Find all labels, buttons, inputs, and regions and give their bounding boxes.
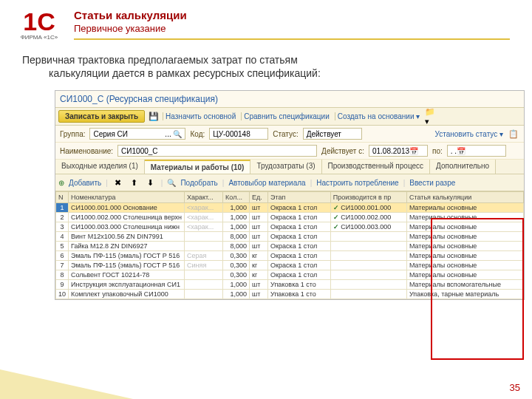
cell[interactable]: 1,000 [223,290,250,299]
tab-materials[interactable]: Материалы и работы (10) [145,160,251,174]
cell[interactable] [330,242,406,251]
cell[interactable]: 2 [56,213,69,222]
cell[interactable]: Упаковка 1 сто [268,290,331,299]
col-header[interactable]: Статья калькуляции [406,192,523,203]
cell[interactable]: <харак... [185,222,223,232]
table-row[interactable]: 8Сольвент ГОСТ 10214-780,300кгОкраска 1 … [56,270,524,280]
tab-process[interactable]: Производственный процесс [322,160,431,174]
cell[interactable]: Окраска 1 стол [268,222,331,232]
cell[interactable]: СИ1000.002.000 Столешница верхн [69,213,185,222]
cell[interactable]: шт [250,280,268,290]
group-field[interactable]: Серия СИ... 🔍 [89,128,185,140]
cell[interactable]: Материалы основные [406,251,523,261]
cell[interactable]: Окраска 1 стол [268,242,331,251]
cell[interactable] [185,242,223,251]
set-status-link[interactable]: Установить статус ▾ [435,130,503,138]
cell[interactable]: Материалы основные [406,213,523,222]
cell[interactable]: Окраска 1 стол [268,251,331,261]
col-header[interactable]: Кол... [223,192,250,203]
cell[interactable]: Инструкция эксплуатационная СИ1 [69,280,185,290]
cell[interactable]: Комплект упаковочный СИ1000 [69,290,185,299]
save-close-button[interactable]: Записать и закрыть [58,110,145,123]
pick-link[interactable]: Подобрать [180,179,217,187]
cell[interactable]: 5 [56,242,69,251]
create-based-link[interactable]: Создать на основании ▾ [335,112,423,120]
table-row[interactable]: 7Эмаль ПФ-115 (эмаль) ГОСТ Р 516Синяя0,3… [56,261,524,270]
status-field[interactable]: Действует [303,128,362,140]
cell[interactable]: Сольвент ГОСТ 10214-78 [69,270,185,280]
col-header[interactable]: N [56,192,69,203]
valid-to-field[interactable]: . . 📅 [447,145,506,157]
cell[interactable]: Окраска 1 стол [268,213,331,222]
cell[interactable]: Эмаль ПФ-115 (эмаль) ГОСТ Р 516 [69,261,185,270]
cell[interactable]: шт [250,232,268,242]
cell[interactable]: 8 [56,270,69,280]
cell[interactable]: 1,000 [223,203,250,213]
cell[interactable]: ✓ СИ1000.002.000 [330,213,406,222]
cell[interactable] [185,290,223,299]
save-icon[interactable]: 💾 [148,111,160,123]
tab-output[interactable]: Выходные изделия (1) [55,160,145,174]
add-icon[interactable]: ⊕ [58,179,64,187]
cell[interactable] [330,232,406,242]
table-row[interactable]: 1СИ1000.001.000 Основание<харак...1,000ш… [56,203,524,213]
consumption-link[interactable]: Настроить потребление [316,179,398,187]
cell[interactable]: кг [250,251,268,261]
cell[interactable] [185,270,223,280]
cell[interactable]: шт [250,222,268,232]
cell[interactable]: Упаковка, тарные материаль [406,290,523,299]
cell[interactable]: шт [250,242,268,251]
cell[interactable]: 9 [56,280,69,290]
cell[interactable]: шт [250,203,268,213]
cell[interactable]: <харак... [185,213,223,222]
cell[interactable]: ✓ СИ1000.003.000 [330,222,406,232]
cell[interactable]: 8,000 [223,232,250,242]
enter-link[interactable]: Ввести разре [409,179,455,187]
table-row[interactable]: 9Инструкция эксплуатационная СИ11,000штУ… [56,280,524,290]
col-header[interactable]: Характ... [185,192,223,203]
cell[interactable]: Эмаль ПФ-115 (эмаль) ГОСТ Р 516 [69,251,185,261]
cell[interactable]: 1 [56,203,69,213]
folder-icon[interactable]: 📁▾ [425,111,437,123]
cell[interactable]: Серая [185,251,223,261]
cell[interactable]: 8,000 [223,242,250,251]
cell[interactable]: 1,000 [223,280,250,290]
cell[interactable]: Окраска 1 стол [268,203,331,213]
cell[interactable]: <харак... [185,203,223,213]
cell[interactable]: 0,300 [223,261,250,270]
cell[interactable]: 4 [56,232,69,242]
cell[interactable]: 3 [56,222,69,232]
cell[interactable]: кг [250,261,268,270]
cell[interactable]: 0,300 [223,270,250,280]
tab-labor[interactable]: Трудозатраты (3) [250,160,321,174]
cell[interactable] [330,290,406,299]
cell[interactable]: Материалы основные [406,232,523,242]
cell[interactable]: СИ1000.003.000 Столешница нижн [69,222,185,232]
cell[interactable] [330,251,406,261]
code-field[interactable]: ЦУ-000148 [209,128,268,140]
cell[interactable]: 1,000 [223,222,250,232]
cell[interactable]: шт [250,213,268,222]
report-icon[interactable]: 📋 [508,128,519,140]
compare-link[interactable]: Сравнить спецификации [241,112,332,120]
cell[interactable]: ✓ СИ1000.001.000 [330,203,406,213]
cell[interactable]: Материалы вспомогательные [406,280,523,290]
cell[interactable]: шт [250,290,268,299]
cell[interactable]: 10 [56,290,69,299]
add-link[interactable]: Добавить [69,179,101,187]
col-header[interactable]: Этап [268,192,331,203]
cell[interactable] [185,232,223,242]
cell[interactable]: Окраска 1 стол [268,270,331,280]
table-row[interactable]: 6Эмаль ПФ-115 (эмаль) ГОСТ Р 516Серая0,3… [56,251,524,261]
up-icon[interactable]: ⬆ [129,177,140,188]
cell[interactable]: 7 [56,261,69,270]
materials-grid[interactable]: NНоменклатураХаракт...Кол...Ед.ЭтапПроиз… [55,191,524,299]
table-row[interactable]: 4Винт М12х100.56 ZN DIN79918,000штОкраск… [56,232,524,242]
cell[interactable] [330,270,406,280]
cell[interactable]: Материалы основные [406,242,523,251]
auto-link[interactable]: Автовыбор материала [228,179,305,187]
cell[interactable]: СИ1000.001.000 Основание [69,203,185,213]
table-row[interactable]: 3СИ1000.003.000 Столешница нижн<харак...… [56,222,524,232]
table-row[interactable]: 2СИ1000.002.000 Столешница верхн<харак..… [56,213,524,222]
cell[interactable]: Материалы основные [406,222,523,232]
